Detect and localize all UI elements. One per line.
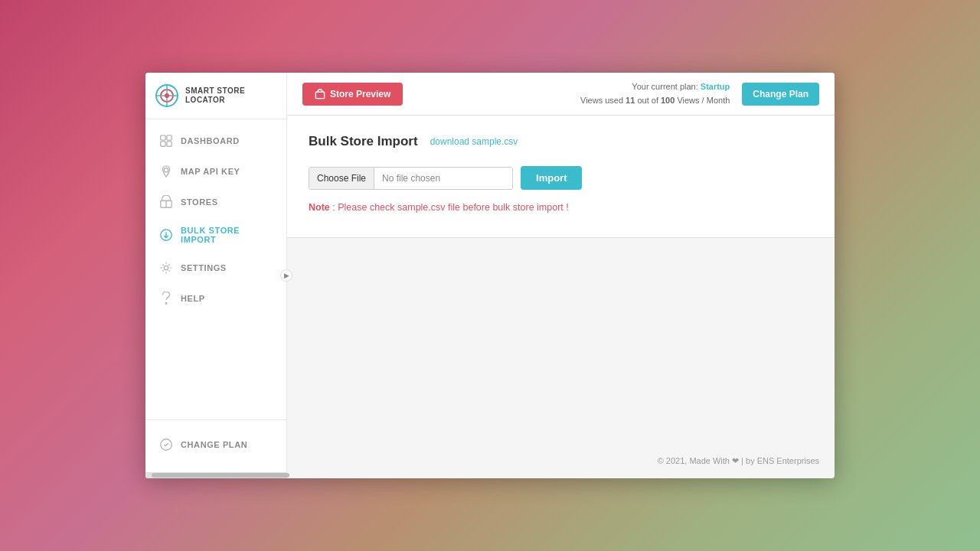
plan-icon <box>159 438 173 452</box>
svg-point-4 <box>165 93 169 98</box>
dashboard-icon <box>159 134 173 148</box>
views-out-of: out of <box>637 96 661 105</box>
dashboard-label: DASHBOARD <box>181 136 240 145</box>
svg-rect-7 <box>161 142 165 146</box>
svg-rect-16 <box>315 92 324 98</box>
svg-rect-5 <box>161 135 165 140</box>
svg-rect-8 <box>167 142 172 146</box>
map-api-key-label: MAP API KEY <box>181 167 240 176</box>
plan-name: Startup <box>701 82 730 91</box>
sidebar-item-stores[interactable]: STORES <box>145 187 286 217</box>
page-title-row: Bulk Store Import download sample.csv <box>309 134 813 149</box>
help-icon <box>159 292 173 305</box>
change-plan-button[interactable]: Change Plan <box>742 83 819 106</box>
views-label: Views used <box>580 96 626 105</box>
sidebar: SMART STORE LOCATOR DASHBOARD MAP AP <box>145 73 287 478</box>
import-icon <box>159 228 173 242</box>
sidebar-item-dashboard[interactable]: DASHBOARD <box>145 126 286 156</box>
app-name: SMART STORE LOCATOR <box>185 86 277 105</box>
store-preview-button[interactable]: Store Preview <box>302 83 403 106</box>
sidebar-nav: DASHBOARD MAP API KEY STORES <box>145 119 286 419</box>
file-name-display: No file chosen <box>374 168 512 189</box>
app-logo-icon <box>155 83 179 108</box>
file-input-wrapper: Choose File No file chosen <box>309 167 513 190</box>
main-content: Store Preview Your current plan: Startup… <box>287 73 835 478</box>
note-label: Note <box>309 202 330 213</box>
note-container: Note : Please check sample.csv file befo… <box>309 202 813 213</box>
footer-text: © 2021, Made With ❤ | by ENS Enterprises <box>658 456 819 465</box>
help-label: HELP <box>181 294 205 303</box>
plan-info: Your current plan: Startup Views used 11… <box>580 80 730 107</box>
bulk-store-import-label: BULK STORE IMPORT <box>181 226 273 244</box>
choose-file-button[interactable]: Choose File <box>309 168 374 189</box>
change-plan-label: CHANGE PLAN <box>181 440 247 449</box>
sidebar-logo: SMART STORE LOCATOR <box>145 73 286 119</box>
content-card: Bulk Store Import download sample.csv Ch… <box>287 116 835 238</box>
sidebar-item-change-plan[interactable]: CHANGE PLAN <box>145 429 286 460</box>
svg-point-14 <box>165 302 167 304</box>
download-sample-link[interactable]: download sample.csv <box>430 136 518 147</box>
sidebar-item-help[interactable]: HELP <box>145 283 286 314</box>
empty-area <box>287 238 835 253</box>
page-title: Bulk Store Import <box>309 134 418 149</box>
header-right: Your current plan: Startup Views used 11… <box>580 80 819 107</box>
import-button[interactable]: Import <box>521 166 582 190</box>
store-icon <box>159 195 173 209</box>
svg-point-9 <box>164 168 168 172</box>
map-icon <box>159 165 173 178</box>
sidebar-scrollbar[interactable] <box>145 472 286 478</box>
header: Store Preview Your current plan: Startup… <box>287 73 835 116</box>
plan-prefix: Your current plan: <box>632 82 697 91</box>
svg-rect-6 <box>167 135 172 140</box>
store-preview-label: Store Preview <box>330 89 390 99</box>
sidebar-collapse-arrow[interactable]: ▶ <box>280 269 292 282</box>
sidebar-item-map-api-key[interactable]: MAP API KEY <box>145 156 286 187</box>
page-body: Bulk Store Import download sample.csv Ch… <box>287 116 835 444</box>
views-total: 100 <box>661 96 675 105</box>
file-input-row: Choose File No file chosen Import <box>309 166 813 190</box>
store-preview-icon <box>315 89 325 99</box>
svg-point-13 <box>164 266 168 269</box>
stores-label: STORES <box>181 197 218 207</box>
views-suffix: Views / Month <box>677 96 730 105</box>
scrollbar-thumb <box>152 473 289 478</box>
sidebar-item-settings[interactable]: SETTINGS <box>145 253 286 283</box>
sidebar-bottom: CHANGE PLAN <box>145 419 286 472</box>
settings-label: SETTINGS <box>181 263 227 272</box>
views-used: 11 <box>626 96 635 105</box>
sidebar-item-bulk-store-import[interactable]: BULK STORE IMPORT <box>145 217 286 253</box>
note-content: : Please check sample.csv file before bu… <box>332 202 568 213</box>
settings-icon <box>159 261 173 275</box>
app-window: SMART STORE LOCATOR DASHBOARD MAP AP <box>145 73 835 478</box>
header-left: Store Preview <box>302 83 403 106</box>
page-footer: © 2021, Made With ❤ | by ENS Enterprises <box>287 444 835 478</box>
